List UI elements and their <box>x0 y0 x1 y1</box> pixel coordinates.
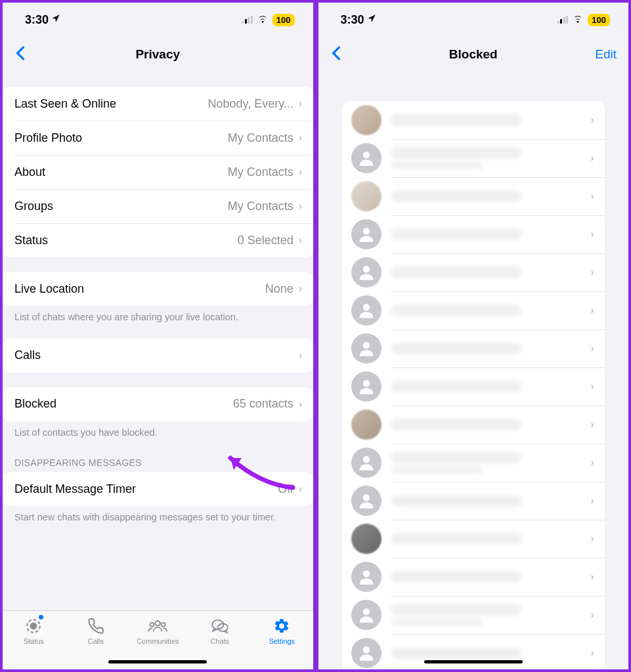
contact-info <box>391 228 584 240</box>
row-default-timer[interactable]: Default Message Timer Off › <box>3 472 313 506</box>
contact-name-redacted <box>391 228 522 240</box>
row-live-location[interactable]: Live Location None › <box>3 272 313 306</box>
status-bar: 3:30 100 <box>3 3 313 37</box>
blocked-contact-row[interactable]: › <box>342 482 605 520</box>
blocked-contact-row[interactable]: › <box>342 406 605 444</box>
status-icon <box>25 616 42 636</box>
contact-info <box>391 647 584 659</box>
avatar <box>351 333 381 364</box>
avatar <box>351 181 381 211</box>
chevron-right-icon: › <box>590 152 594 165</box>
avatar <box>351 410 381 440</box>
blocked-content[interactable]: ››››››››››››››› <box>318 72 629 669</box>
chevron-right-icon: › <box>299 482 303 495</box>
row-blocked[interactable]: Blocked 65 contacts › <box>3 387 313 421</box>
avatar <box>351 562 381 592</box>
chevron-right-icon: › <box>299 282 303 295</box>
contact-info <box>391 266 584 278</box>
blocked-contact-list: ››››››››››››››› <box>342 101 605 669</box>
blocked-contact-row[interactable]: › <box>342 368 605 406</box>
contact-name-redacted <box>391 604 522 616</box>
contact-name-redacted <box>391 190 522 202</box>
tab-status[interactable]: Status <box>7 616 60 645</box>
home-indicator[interactable] <box>424 660 523 663</box>
home-indicator[interactable] <box>108 660 207 663</box>
blocked-contact-row[interactable]: › <box>342 177 605 215</box>
blocked-contact-row[interactable]: › <box>342 215 605 253</box>
row-status[interactable]: Status 0 Selected › <box>3 223 313 257</box>
chevron-right-icon: › <box>590 418 594 431</box>
blocked-contact-row[interactable]: › <box>342 596 605 634</box>
blocked-contact-row[interactable]: › <box>342 558 605 596</box>
contact-name-redacted <box>391 647 522 659</box>
privacy-group-live-location: Live Location None › <box>3 272 313 306</box>
wifi-icon <box>572 13 584 26</box>
edit-button[interactable]: Edit <box>595 47 617 62</box>
disappearing-header: DISAPPEARING MESSAGES <box>3 439 313 472</box>
blocked-contact-row[interactable]: › <box>342 329 605 368</box>
blocked-contact-row[interactable]: › <box>342 291 605 329</box>
contact-name-redacted <box>391 114 522 126</box>
contact-name-redacted <box>391 304 522 316</box>
page-title: Blocked <box>318 47 629 62</box>
chevron-right-icon: › <box>590 114 594 127</box>
blocked-contact-row[interactable]: › <box>342 444 605 482</box>
disappearing-note: Start new chats with disappearing messag… <box>3 506 313 524</box>
row-groups[interactable]: Groups My Contacts › <box>3 189 313 223</box>
chevron-right-icon: › <box>590 342 594 355</box>
blocked-contact-row[interactable]: › <box>342 253 605 291</box>
contact-name-redacted <box>391 495 522 507</box>
nav-bar: Privacy <box>3 37 313 72</box>
tab-settings[interactable]: Settings <box>255 616 308 645</box>
chevron-right-icon: › <box>590 266 594 279</box>
contact-sub-redacted <box>391 466 483 474</box>
back-button[interactable] <box>12 45 29 64</box>
avatar <box>351 524 381 554</box>
avatar <box>351 486 381 516</box>
avatar <box>351 638 381 668</box>
svg-point-7 <box>362 152 370 159</box>
chevron-right-icon: › <box>590 646 594 660</box>
contact-info <box>391 495 584 507</box>
contact-name-redacted <box>391 452 522 463</box>
tab-chats[interactable]: Chats <box>194 616 246 645</box>
back-button[interactable] <box>328 45 345 64</box>
contact-info <box>391 304 584 316</box>
avatar <box>351 600 381 630</box>
svg-point-3 <box>150 623 154 627</box>
tab-communities[interactable]: Communities <box>131 616 184 645</box>
chevron-right-icon: › <box>299 349 303 362</box>
page-title: Privacy <box>3 47 313 62</box>
blocked-contact-row[interactable]: › <box>342 634 605 669</box>
row-last-seen[interactable]: Last Seen & Online Nobody, Every... › <box>3 87 313 121</box>
blocked-contact-row[interactable]: › <box>342 101 605 139</box>
chevron-right-icon: › <box>590 532 594 545</box>
status-bar: 3:30 100 <box>318 3 629 37</box>
blocked-contact-row[interactable]: › <box>342 520 605 558</box>
avatar <box>351 448 381 478</box>
contact-info <box>391 381 584 392</box>
blocked-contact-row[interactable]: › <box>342 139 605 177</box>
communities-icon <box>148 616 167 636</box>
chevron-right-icon: › <box>590 228 594 241</box>
contact-name-redacted <box>391 381 522 392</box>
svg-point-2 <box>156 621 161 626</box>
svg-point-13 <box>362 456 370 463</box>
signal-icon <box>242 16 253 24</box>
contact-info <box>391 604 584 626</box>
chevron-right-icon: › <box>590 608 594 621</box>
privacy-group-blocked: Blocked 65 contacts › <box>3 387 313 421</box>
chevron-right-icon: › <box>590 570 594 583</box>
svg-point-1 <box>31 623 37 629</box>
row-profile-photo[interactable]: Profile Photo My Contacts › <box>3 121 313 155</box>
nav-bar: Blocked Edit <box>318 37 629 72</box>
row-calls[interactable]: Calls › <box>3 339 313 373</box>
svg-point-10 <box>362 304 370 311</box>
contact-info <box>391 190 584 202</box>
privacy-screen: 3:30 100 Privacy Last Seen & Online Nobo… <box>0 0 316 672</box>
tab-calls[interactable]: Calls <box>70 616 122 645</box>
location-icon <box>51 14 60 26</box>
chevron-right-icon: › <box>299 131 303 144</box>
contact-name-redacted <box>391 571 522 583</box>
row-about[interactable]: About My Contacts › <box>3 155 313 189</box>
